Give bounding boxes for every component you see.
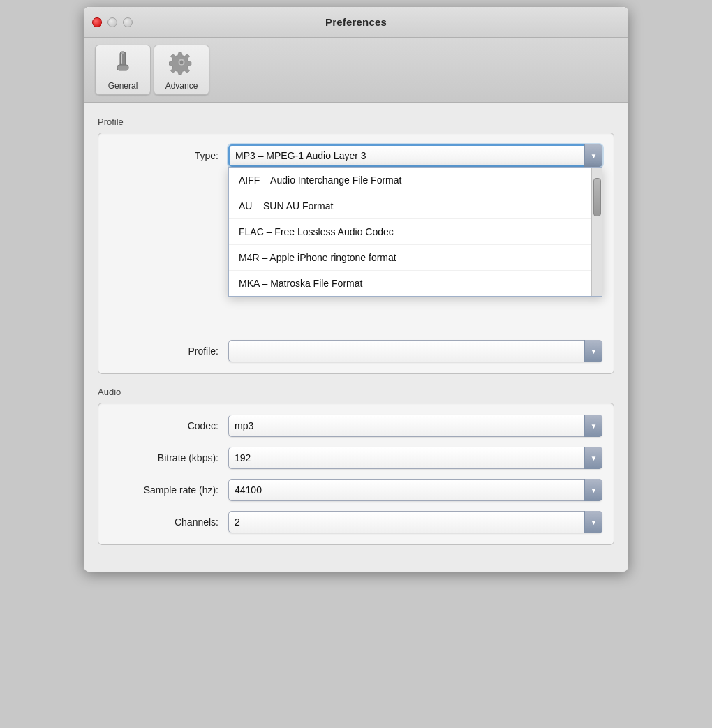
minimize-button[interactable] <box>107 17 117 27</box>
bitrate-dropdown[interactable]: 192 <box>228 447 602 469</box>
sample-rate-dropdown-wrapper: 44100 <box>228 479 602 501</box>
audio-section-label: Audio <box>98 387 614 397</box>
sample-rate-row: Sample rate (hz): 44100 <box>110 479 602 501</box>
type-dropdown-wrapper: MP3 – MPEG-1 Audio Layer 3 AIFF – Audio … <box>228 144 602 167</box>
general-toolbar-button[interactable]: General <box>95 45 151 95</box>
codec-row: Codec: mp3 <box>110 415 602 437</box>
gear-icon <box>169 50 194 78</box>
profile-section: Profile Type: MP3 – MPEG-1 Audio Layer 3… <box>98 117 614 374</box>
channels-label: Channels: <box>110 517 228 528</box>
channels-dropdown-wrapper: 2 <box>228 511 602 533</box>
svg-rect-3 <box>121 54 122 64</box>
content-area: Profile Type: MP3 – MPEG-1 Audio Layer 3… <box>84 103 628 572</box>
svg-point-6 <box>180 60 184 64</box>
codec-dropdown[interactable]: mp3 <box>228 415 602 437</box>
profile-label: Profile: <box>110 346 228 357</box>
bitrate-dropdown-wrapper: 192 <box>228 447 602 469</box>
type-dropdown-open-list[interactable]: AIFF – Audio Interchange File Format AU … <box>228 167 602 297</box>
dropdown-options: AIFF – Audio Interchange File Format AU … <box>229 168 591 296</box>
channels-dropdown[interactable]: 2 <box>228 511 602 533</box>
traffic-lights <box>92 17 133 27</box>
svg-rect-2 <box>117 65 128 70</box>
dropdown-option-au[interactable]: AU – SUN AU Format <box>229 193 591 219</box>
dropdown-option-aiff[interactable]: AIFF – Audio Interchange File Format <box>229 168 591 193</box>
profile-group-box: Type: MP3 – MPEG-1 Audio Layer 3 AIFF – … <box>98 133 614 374</box>
profile-dropdown[interactable] <box>228 340 602 362</box>
scrollbar-thumb <box>593 178 601 216</box>
type-dropdown[interactable]: MP3 – MPEG-1 Audio Layer 3 <box>228 144 602 167</box>
type-label: Type: <box>110 150 228 161</box>
dropdown-scrollbar[interactable] <box>591 168 602 296</box>
sample-rate-dropdown[interactable]: 44100 <box>228 479 602 501</box>
advance-toolbar-button[interactable]: Advance <box>154 45 209 95</box>
codec-dropdown-wrapper: mp3 <box>228 415 602 437</box>
dropdown-option-m4r[interactable]: M4R – Apple iPhone ringtone format <box>229 245 591 271</box>
general-button-label: General <box>108 81 138 91</box>
audio-group-box: Codec: mp3 Bitrate (kbps): 192 <box>98 403 614 545</box>
usb-icon <box>110 50 135 78</box>
svg-rect-1 <box>121 51 124 54</box>
profile-dropdown-wrapper <box>228 340 602 362</box>
close-button[interactable] <box>92 17 102 27</box>
sample-rate-label: Sample rate (hz): <box>110 484 228 496</box>
title-bar: Preferences <box>84 7 628 38</box>
codec-label: Codec: <box>110 420 228 431</box>
maximize-button[interactable] <box>123 17 133 27</box>
profile-section-label: Profile <box>98 117 614 127</box>
bitrate-label: Bitrate (kbps): <box>110 452 228 463</box>
dropdown-option-mka[interactable]: MKA – Matroska File Format <box>229 271 591 296</box>
channels-row: Channels: 2 <box>110 511 602 533</box>
preferences-window: Preferences General <box>84 7 628 572</box>
audio-section: Audio Codec: mp3 Bitrate (kbps): <box>98 387 614 545</box>
dropdown-option-flac[interactable]: FLAC – Free Lossless Audio Codec <box>229 219 591 245</box>
profile-row: Profile: <box>110 340 602 362</box>
advance-button-label: Advance <box>165 81 198 91</box>
toolbar: General Advance <box>84 38 628 103</box>
window-title: Preferences <box>325 16 387 28</box>
type-row: Type: MP3 – MPEG-1 Audio Layer 3 AIFF – … <box>110 144 602 167</box>
bitrate-row: Bitrate (kbps): 192 <box>110 447 602 469</box>
